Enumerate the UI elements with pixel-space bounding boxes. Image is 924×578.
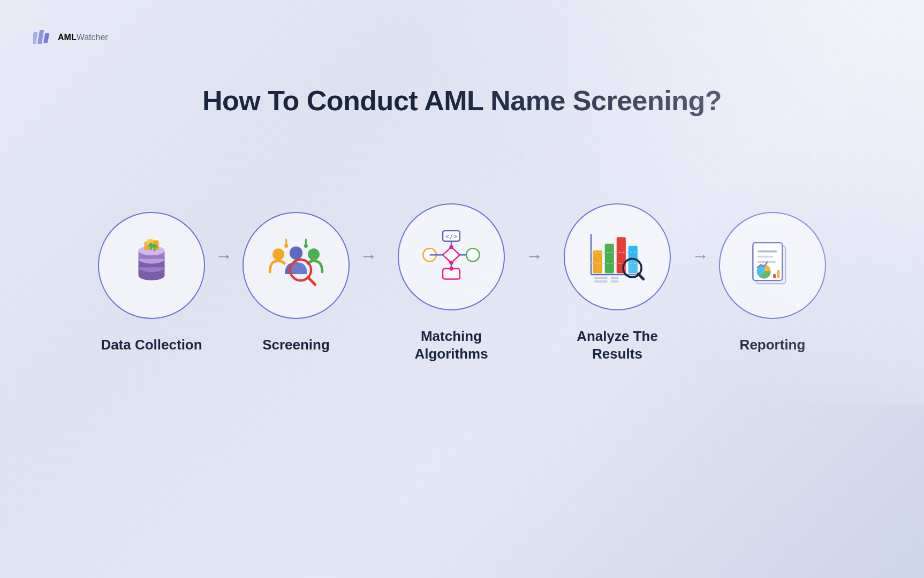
svg-rect-2 [43,33,49,43]
arrow-1: → [205,246,243,266]
arrow-4: → [681,246,719,266]
step-label-reporting: Reporting [740,336,806,354]
svg-rect-1 [37,30,44,44]
svg-point-36 [449,267,453,270]
reporting-icon [743,236,802,295]
logo-text: AMLWatcher [58,33,108,42]
svg-rect-37 [593,250,602,273]
svg-rect-47 [611,277,619,279]
logo: AMLWatcher [33,28,108,47]
svg-text:</>: </> [445,233,457,240]
svg-marker-27 [443,247,460,263]
svg-rect-54 [758,256,773,258]
svg-rect-58 [777,270,780,278]
step-circle-analyze [564,203,671,310]
svg-rect-46 [594,280,607,283]
step-label-screening: Screening [262,336,330,354]
step-label-analyze: Analyze The Results [553,328,681,362]
aml-logo-icon [33,28,52,47]
step-reporting: Reporting [719,212,826,354]
step-analyze-results: Analyze The Results [553,203,681,362]
svg-rect-53 [758,250,777,253]
step-label-data-collection: Data Collection [101,336,202,354]
workflow-container: Data Collection → [0,203,924,362]
step-circle-data-collection [98,212,205,319]
svg-rect-38 [605,244,614,273]
data-collection-icon [122,236,181,295]
svg-point-31 [466,248,479,261]
step-matching-algorithms: </> [387,203,516,362]
svg-rect-57 [773,274,776,278]
matching-algorithms-icon: </> [422,227,481,286]
svg-point-15 [272,248,284,260]
svg-point-16 [308,248,320,260]
analyze-results-icon [588,227,647,286]
svg-line-50 [638,274,643,279]
step-circle-screening [243,212,350,319]
screening-icon [267,236,325,295]
arrow-2: → [350,246,387,266]
svg-point-34 [449,245,453,249]
svg-rect-45 [594,277,607,279]
step-circle-matching: </> [398,203,505,310]
step-data-collection: Data Collection [98,212,205,354]
svg-line-19 [308,277,315,284]
step-label-matching: Matching Algorithms [387,328,516,362]
step-circle-reporting [719,212,826,319]
step-screening: Screening [243,212,350,354]
svg-rect-48 [611,280,619,283]
svg-rect-0 [33,32,38,44]
page-title: How To Conduct AML Name Screening? [0,85,924,117]
arrow-3: → [516,246,553,266]
svg-point-35 [449,261,453,264]
svg-point-17 [290,247,302,260]
